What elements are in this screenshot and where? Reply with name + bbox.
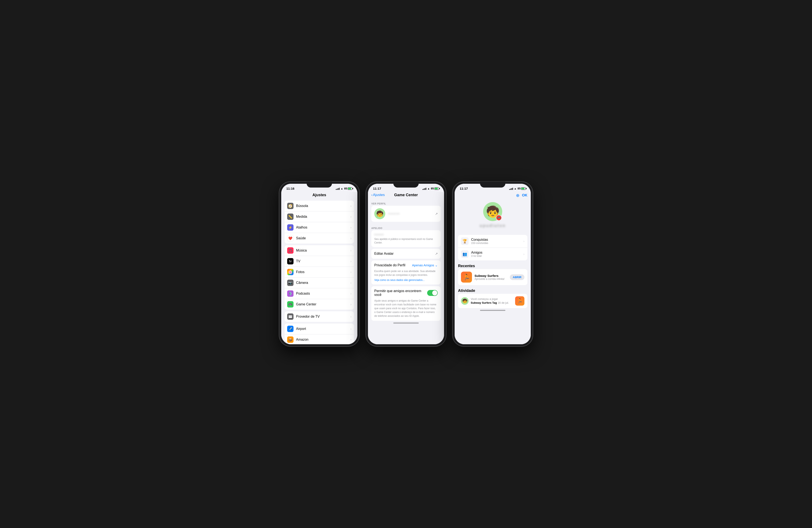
settings-item-amazon[interactable]: 📦 Amazon › [285,334,354,344]
svg-rect-0 [289,315,292,318]
settings-item-fotos[interactable]: 🌸 Fotos › [285,267,354,277]
settings-item-bussola[interactable]: 🧭 Bússola › [285,201,354,211]
profile-card[interactable]: 🧒 •••••••• ↗ [371,206,441,222]
profile-content: 🧒 🎮 upudiutxn 🏆 Conquistas 153 concluída… [455,198,531,344]
settings-item-provedor[interactable]: Provedor de TV › [285,311,354,322]
wifi-icon-2: ▲ [427,187,430,190]
settings-item-tv[interactable]: tv TV › [285,256,354,267]
activity-text1: Você começou a jogar [471,297,498,301]
settings-title: Ajustes [285,193,354,197]
more-button[interactable]: ⊕ [516,193,520,198]
signal-icon-2 [422,187,426,190]
amazon-chevron: › [350,338,351,341]
settings-item-camera[interactable]: 📷 Câmera › [285,277,354,288]
wifi-icon-3: ▲ [514,187,517,190]
podcasts-label: Podcasts [296,292,350,296]
back-button[interactable]: ‹ Ajustes [371,193,385,197]
conquistas-item[interactable]: 🏆 Conquistas 153 concluídas › [458,235,527,248]
game-info: Subway Surfers Aproveite a corrida infin… [475,274,510,281]
amigos-icon: 👥 [461,250,468,258]
status-time-2: 11:17 [373,187,381,190]
settings-item-musica[interactable]: 🎵 Música › [285,245,354,256]
atalhos-chevron: › [350,226,351,229]
tv-label: TV [296,259,350,263]
activity-user-avatar: 🧒 [461,297,468,305]
status-icons-1: ▲ 85 [336,187,352,190]
musica-label: Música [296,248,350,252]
home-indicator-2 [393,322,419,323]
edit-avatar-card[interactable]: Editar Avatar ↗ [371,249,441,259]
provedor-chevron: › [350,315,351,318]
tv-chevron: › [350,259,351,263]
fotos-icon: 🌸 [287,269,293,275]
game-sub: Aproveite a corrida infinita! [475,277,510,281]
atalhos-label: Atalhos [296,226,350,229]
saude-icon: ❤️ [287,235,293,241]
amigos-sub: 3 no total [471,255,523,257]
status-time-3: 11:17 [460,187,468,190]
phone-1: 11:16 ▲ 85 Ajustes [279,182,360,346]
phone-2: 11:17 ▲ 85 ‹ [366,182,446,346]
notch-3 [480,182,505,187]
activity-game-icon: 🏃 [515,296,524,306]
activity-info: Você começou a jogar Subway Surfers Tag … [471,297,513,305]
battery-3: 85 [518,187,526,190]
amigos-item[interactable]: 👥 Amigos 3 no total › [458,248,527,260]
settings-item-saude[interactable]: ❤️ Saúde › [285,233,354,243]
activity-card: 🧒 Você começou a jogar Subway Surfers Ta… [458,294,527,308]
saude-chevron: › [350,237,351,240]
privacy-row: Privacidade do Perfil Apenas Amigos ⌄ [374,263,438,267]
settings-item-airport[interactable]: ✈️ Airport › [285,323,354,334]
toggle-row: Permitir que amigos encontrem você [374,289,438,297]
medida-chevron: › [350,215,351,218]
toggle-desc: Ajude seus amigos e amigas do Game Cente… [374,299,438,318]
game-card-subway: 🏃 Subway Surfers Aproveite a corrida inf… [458,269,527,285]
battery-icon-2 [434,187,439,190]
privacy-link[interactable]: Veja como os seus dados são gerenciados.… [374,278,438,282]
gc-settings-title: Game Center [394,193,418,197]
musica-chevron: › [350,249,351,252]
nickname-desc: Seu apelido é público e representará voc… [374,237,438,244]
privacy-value[interactable]: Apenas Amigos ⌄ [412,263,438,267]
subway-surfers-icon: 🏃 [461,272,472,283]
camera-icon: 📷 [287,280,293,286]
open-game-button[interactable]: ABRIR [510,274,524,280]
settings-content: Ajustes 🧭 Bússola › 📏 Medida › ⚡ Atalhos [281,192,357,344]
edit-avatar-label: Editar Avatar [374,252,393,256]
gamecenter-settings-content: ‹ Ajustes Game Center VER PERFIL 🧒 •••••… [368,192,444,344]
bussola-chevron: › [350,204,351,208]
profile-username: •••••••• [388,212,435,215]
edit-avatar-arrow: ↗ [435,252,438,256]
nickname-card: •••••• Seu apelido é público e represent… [371,230,441,247]
settings-item-podcasts[interactable]: 🎙️ Podcasts › [285,288,354,299]
profile-avatar-small: 🧒 [374,208,385,219]
musica-icon: 🎵 [287,247,293,254]
airport-icon: ✈️ [287,326,293,332]
toggle-switch[interactable] [427,290,438,296]
bussola-label: Bússola [296,204,350,208]
toggle-thumb [432,290,437,296]
status-icons-2: ▲ 85 [422,187,439,190]
settings-section-2: 🎵 Música › tv TV › 🌸 Fotos › 📷 Câmera [285,245,354,310]
game-title: Subway Surfers [475,274,510,277]
saude-label: Saúde [296,236,350,240]
tv-icon: tv [287,258,293,265]
screen-3: 11:17 ▲ 85 ⊕ OK [455,184,531,344]
settings-item-atalhos[interactable]: ⚡ Atalhos › [285,222,354,233]
profile-stats-card: 🏆 Conquistas 153 concluídas › 👥 Amigos 3… [458,235,527,260]
settings-item-medida[interactable]: 📏 Medida › [285,211,354,222]
amigos-info: Amigos 3 no total [471,251,523,257]
ok-button[interactable]: OK [522,193,527,197]
profile-badge: 🎮 [496,215,502,221]
amigos-title: Amigos [471,251,523,255]
profile-nav-bar: ⊕ OK [455,192,531,198]
provedor-icon [287,313,293,320]
status-time-1: 11:16 [286,187,294,190]
camera-label: Câmera [296,281,350,285]
amigos-chevron: › [523,252,524,256]
settings-section-1: 🧭 Bússola › 📏 Medida › ⚡ Atalhos › ❤️ Sa… [285,201,354,243]
settings-item-gamecenter[interactable]: 🎮 Game Center › [285,299,354,310]
signal-icon-1 [336,187,339,190]
conquistas-title: Conquistas [471,238,523,242]
medida-label: Medida [296,215,350,218]
